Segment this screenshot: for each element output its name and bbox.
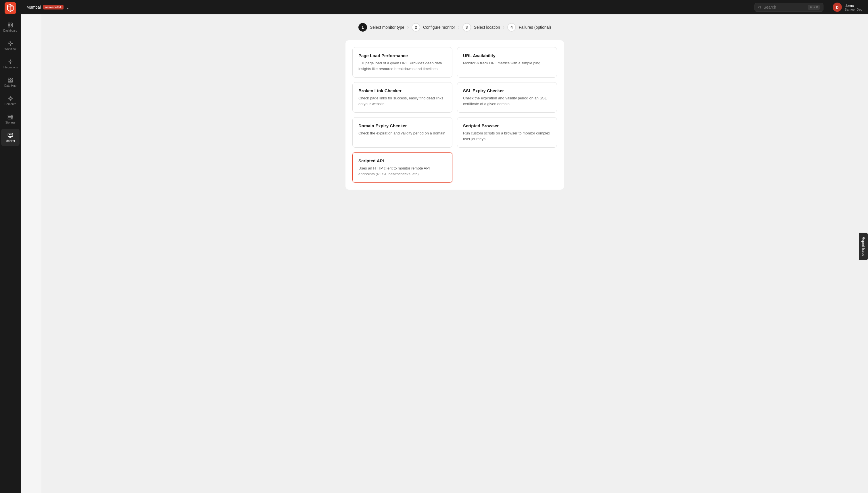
monitor-card-scripted-api-title: Scripted API bbox=[358, 158, 446, 163]
sidebar-item-integrations[interactable]: Integrations bbox=[1, 55, 20, 72]
region-tag: asia-south1 bbox=[43, 5, 64, 9]
step-3[interactable]: 3 Select location bbox=[463, 23, 500, 31]
user-sub: Sameer Dev bbox=[845, 8, 862, 11]
svg-point-5 bbox=[8, 43, 9, 44]
avatar: D bbox=[833, 3, 842, 12]
monitor-card-broken-link-desc: Check page links for success, easily fin… bbox=[358, 95, 446, 107]
svg-rect-10 bbox=[8, 78, 10, 79]
monitor-card-domain-expiry[interactable]: Domain Expiry Checker Check the expirati… bbox=[352, 117, 452, 148]
monitor-card-scripted-api[interactable]: Scripted API Uses an HTTP client to moni… bbox=[352, 152, 452, 183]
monitor-card-broken-link-title: Broken Link Checker bbox=[358, 88, 446, 93]
monitor-card-scripted-api-desc: Uses an HTTP client to monitor remote AP… bbox=[358, 166, 446, 177]
step-3-circle: 3 bbox=[463, 23, 471, 31]
svg-rect-2 bbox=[11, 23, 13, 24]
user-name: demo bbox=[845, 3, 862, 8]
user-area: D demo Sameer Dev bbox=[833, 3, 862, 12]
monitor-card-ssl-expiry-desc: Check the expiration and validity period… bbox=[463, 95, 551, 107]
sidebar-item-dashboard[interactable]: Dashboard bbox=[1, 18, 20, 36]
user-info: demo Sameer Dev bbox=[845, 3, 862, 11]
monitor-card-ssl-expiry[interactable]: SSL Expiry Checker Check the expiration … bbox=[457, 82, 557, 113]
svg-rect-11 bbox=[10, 78, 13, 79]
step-2-circle: 2 bbox=[411, 23, 420, 31]
monitor-card-page-load[interactable]: Page Load Performance Full page load of … bbox=[352, 47, 452, 78]
svg-rect-12 bbox=[8, 80, 10, 81]
step-chevron-3: › bbox=[503, 25, 504, 30]
monitor-card-page-load-desc: Full page load of a given URL. Provides … bbox=[358, 60, 446, 71]
monitor-card-url-availability-desc: Monitor & track URL metrics with a simpl… bbox=[463, 60, 551, 66]
monitor-card-domain-expiry-title: Domain Expiry Checker bbox=[358, 123, 446, 128]
svg-point-20 bbox=[12, 116, 12, 117]
sidebar-item-data-hub[interactable]: Data Hub bbox=[1, 73, 20, 91]
sidebar-item-dashboard-label: Dashboard bbox=[3, 29, 18, 32]
svg-rect-1 bbox=[8, 23, 10, 24]
stepper: 1 Select monitor type › 2 Configure moni… bbox=[47, 23, 862, 31]
svg-point-9 bbox=[10, 61, 11, 62]
search-shortcut: ⌘ + K bbox=[808, 5, 820, 10]
sidebar-item-compute-label: Compute bbox=[5, 103, 16, 106]
sidebar-item-monitor-label: Monitor bbox=[5, 140, 15, 143]
svg-point-15 bbox=[9, 98, 12, 100]
step-chevron-1: › bbox=[407, 25, 409, 30]
monitor-card-scripted-browser-desc: Run custom scripts on a browser to monit… bbox=[463, 130, 551, 142]
integrations-icon bbox=[7, 59, 13, 65]
svg-rect-14 bbox=[8, 81, 13, 82]
sidebar-item-monitor[interactable]: Monitor bbox=[1, 129, 20, 146]
storage-icon bbox=[7, 114, 13, 120]
report-issue-button[interactable]: Report Issue bbox=[859, 233, 868, 260]
monitor-card-ssl-expiry-title: SSL Expiry Checker bbox=[463, 88, 551, 93]
region-name: Mumbai bbox=[26, 5, 41, 9]
search-input[interactable] bbox=[763, 5, 806, 9]
sidebar-item-integrations-label: Integrations bbox=[3, 66, 18, 69]
monitor-card-scripted-browser-title: Scripted Browser bbox=[463, 123, 551, 128]
svg-point-7 bbox=[12, 43, 12, 44]
svg-point-8 bbox=[10, 45, 10, 45]
svg-rect-3 bbox=[8, 25, 10, 27]
monitor-card-broken-link[interactable]: Broken Link Checker Check page links for… bbox=[352, 82, 452, 113]
monitor-type-container: Page Load Performance Full page load of … bbox=[345, 40, 564, 190]
monitor-card-url-availability[interactable]: URL Availability Monitor & track URL met… bbox=[457, 47, 557, 78]
region-selector[interactable]: Mumbai asia-south1 ⌄ bbox=[26, 5, 69, 10]
monitor-card-domain-expiry-desc: Check the expiration and validity period… bbox=[358, 130, 446, 136]
svg-rect-13 bbox=[10, 80, 13, 81]
logo[interactable] bbox=[0, 0, 21, 16]
step-2-label: Configure monitor bbox=[423, 25, 455, 29]
step-3-label: Select location bbox=[474, 25, 500, 29]
monitor-card-url-availability-title: URL Availability bbox=[463, 53, 551, 58]
data-hub-icon bbox=[7, 77, 13, 83]
svg-point-6 bbox=[10, 41, 10, 42]
svg-point-19 bbox=[12, 115, 12, 116]
search-bar[interactable]: ⌘ + K bbox=[755, 3, 823, 12]
monitor-icon bbox=[7, 132, 13, 138]
step-1-label: Select monitor type bbox=[370, 25, 404, 29]
dashboard-icon bbox=[7, 22, 13, 28]
sidebar-item-data-hub-label: Data Hub bbox=[4, 84, 16, 87]
step-chevron-2: › bbox=[458, 25, 459, 30]
step-4-label: Failures (optional) bbox=[519, 25, 551, 29]
step-2[interactable]: 2 Configure monitor bbox=[411, 23, 455, 31]
sidebar-item-workflow-label: Workflow bbox=[5, 47, 16, 50]
sidebar: Dashboard Workflow Integrations bbox=[0, 0, 21, 493]
step-4[interactable]: 4 Failures (optional) bbox=[507, 23, 551, 31]
search-icon bbox=[758, 5, 761, 9]
sidebar-item-compute[interactable]: Compute bbox=[1, 92, 20, 109]
region-chevron-icon: ⌄ bbox=[66, 5, 69, 10]
monitor-grid: Page Load Performance Full page load of … bbox=[352, 47, 557, 183]
step-1[interactable]: 1 Select monitor type bbox=[358, 23, 404, 31]
sidebar-item-storage-label: Storage bbox=[5, 121, 15, 124]
monitor-card-page-load-title: Page Load Performance bbox=[358, 53, 446, 58]
monitor-card-scripted-browser[interactable]: Scripted Browser Run custom scripts on a… bbox=[457, 117, 557, 148]
workflow-icon bbox=[7, 41, 13, 46]
boltic-logo-icon bbox=[5, 2, 16, 14]
step-4-circle: 4 bbox=[507, 23, 516, 31]
sidebar-item-workflow[interactable]: Workflow bbox=[1, 37, 20, 54]
svg-point-23 bbox=[759, 6, 761, 8]
svg-point-21 bbox=[12, 118, 12, 119]
svg-rect-4 bbox=[11, 25, 13, 27]
step-1-circle: 1 bbox=[358, 23, 367, 31]
compute-icon bbox=[7, 96, 13, 102]
sidebar-item-storage[interactable]: Storage bbox=[1, 110, 20, 128]
topbar: Mumbai asia-south1 ⌄ ⌘ + K D demo Sameer… bbox=[21, 0, 868, 14]
sidebar-nav: Dashboard Workflow Integrations bbox=[0, 16, 21, 146]
main-content: 1 Select monitor type › 2 Configure moni… bbox=[41, 14, 868, 493]
